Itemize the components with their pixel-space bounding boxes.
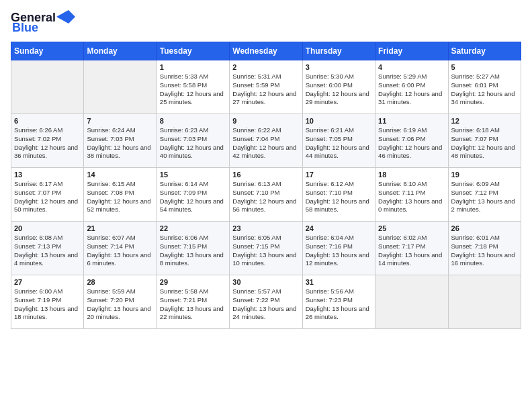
calendar-cell: 25 Sunrise: 6:02 AMSunset: 7:17 PMDaylig…: [375, 222, 448, 275]
calendar-cell: 17 Sunrise: 6:12 AMSunset: 7:10 PMDaylig…: [302, 168, 375, 222]
day-info: Sunrise: 6:21 AMSunset: 7:05 PMDaylight:…: [306, 126, 372, 161]
day-info: Sunrise: 6:02 AMSunset: 7:17 PMDaylight:…: [378, 234, 445, 268]
day-info: Sunrise: 6:00 AMSunset: 7:19 PMDaylight:…: [14, 287, 81, 322]
day-info: Sunrise: 6:08 AMSunset: 7:13 PMDaylight:…: [14, 234, 81, 268]
day-info: Sunrise: 5:59 AMSunset: 7:20 PMDaylight:…: [87, 287, 153, 322]
day-info: Sunrise: 5:30 AMSunset: 6:00 PMDaylight:…: [306, 73, 372, 107]
calendar-cell: [448, 275, 521, 329]
calendar-cell: [375, 275, 448, 329]
day-number: 25: [378, 224, 445, 232]
day-info: Sunrise: 6:06 AMSunset: 7:15 PMDaylight:…: [160, 234, 226, 268]
day-info: Sunrise: 6:10 AMSunset: 7:11 PMDaylight:…: [378, 180, 445, 214]
calendar-cell: 16 Sunrise: 6:13 AMSunset: 7:10 PMDaylig…: [230, 168, 302, 222]
calendar-cell: 31 Sunrise: 5:56 AMSunset: 7:23 PMDaylig…: [302, 275, 375, 329]
calendar-cell: 28 Sunrise: 5:59 AMSunset: 7:20 PMDaylig…: [84, 275, 157, 329]
calendar-cell: 29 Sunrise: 5:58 AMSunset: 7:21 PMDaylig…: [157, 275, 229, 329]
calendar-cell: 3 Sunrise: 5:30 AMSunset: 6:00 PMDayligh…: [302, 60, 375, 114]
day-number: 22: [160, 224, 226, 232]
calendar-cell: 5 Sunrise: 5:27 AMSunset: 6:01 PMDayligh…: [448, 60, 521, 114]
day-info: Sunrise: 6:15 AMSunset: 7:08 PMDaylight:…: [87, 180, 153, 214]
calendar-cell: 9 Sunrise: 6:22 AMSunset: 7:04 PMDayligh…: [230, 114, 302, 168]
calendar-cell: 11 Sunrise: 6:19 AMSunset: 7:06 PMDaylig…: [375, 114, 448, 168]
day-number: 15: [160, 171, 226, 179]
calendar-header-row: SundayMondayTuesdayWednesdayThursdayFrid…: [11, 42, 521, 60]
day-info: Sunrise: 6:07 AMSunset: 7:14 PMDaylight:…: [87, 234, 153, 268]
day-number: 27: [14, 278, 81, 286]
day-info: Sunrise: 6:09 AMSunset: 7:12 PMDaylight:…: [451, 180, 518, 214]
day-header-wednesday: Wednesday: [230, 42, 302, 60]
day-info: Sunrise: 6:14 AMSunset: 7:09 PMDaylight:…: [160, 180, 226, 214]
day-info: Sunrise: 5:58 AMSunset: 7:21 PMDaylight:…: [160, 287, 226, 322]
day-number: 5: [451, 63, 518, 71]
day-number: 20: [14, 224, 81, 232]
day-info: Sunrise: 6:23 AMSunset: 7:03 PMDaylight:…: [160, 126, 226, 161]
day-info: Sunrise: 6:22 AMSunset: 7:04 PMDaylight:…: [232, 126, 299, 161]
calendar-cell: 14 Sunrise: 6:15 AMSunset: 7:08 PMDaylig…: [84, 168, 157, 222]
day-header-thursday: Thursday: [302, 42, 375, 60]
day-info: Sunrise: 6:12 AMSunset: 7:10 PMDaylight:…: [306, 180, 372, 214]
day-info: Sunrise: 6:13 AMSunset: 7:10 PMDaylight:…: [232, 180, 299, 214]
calendar-cell: 19 Sunrise: 6:09 AMSunset: 7:12 PMDaylig…: [448, 168, 521, 222]
day-info: Sunrise: 5:29 AMSunset: 6:00 PMDaylight:…: [378, 73, 445, 107]
day-number: 24: [306, 224, 372, 232]
calendar-cell: 24 Sunrise: 6:04 AMSunset: 7:16 PMDaylig…: [302, 222, 375, 275]
calendar-cell: [84, 60, 157, 114]
calendar-cell: 12 Sunrise: 6:18 AMSunset: 7:07 PMDaylig…: [448, 114, 521, 168]
day-number: 31: [306, 278, 372, 286]
calendar-cell: 21 Sunrise: 6:07 AMSunset: 7:14 PMDaylig…: [84, 222, 157, 275]
day-number: 3: [306, 63, 372, 71]
day-number: 28: [87, 278, 153, 286]
day-info: Sunrise: 5:31 AMSunset: 5:59 PMDaylight:…: [232, 73, 299, 107]
day-number: 16: [232, 171, 299, 179]
calendar-week-row: 27 Sunrise: 6:00 AMSunset: 7:19 PMDaylig…: [11, 275, 521, 329]
calendar-week-row: 20 Sunrise: 6:08 AMSunset: 7:13 PMDaylig…: [11, 222, 521, 275]
day-number: 29: [160, 278, 226, 286]
day-info: Sunrise: 5:56 AMSunset: 7:23 PMDaylight:…: [306, 287, 372, 322]
day-number: 10: [306, 117, 372, 125]
calendar-cell: 22 Sunrise: 6:06 AMSunset: 7:15 PMDaylig…: [157, 222, 229, 275]
calendar-cell: 8 Sunrise: 6:23 AMSunset: 7:03 PMDayligh…: [157, 114, 229, 168]
calendar-week-row: 6 Sunrise: 6:26 AMSunset: 7:02 PMDayligh…: [11, 114, 521, 168]
day-info: Sunrise: 5:27 AMSunset: 6:01 PMDaylight:…: [451, 73, 518, 107]
calendar-cell: 13 Sunrise: 6:17 AMSunset: 7:07 PMDaylig…: [11, 168, 84, 222]
day-number: 7: [87, 117, 153, 125]
calendar-cell: 23 Sunrise: 6:05 AMSunset: 7:15 PMDaylig…: [230, 222, 302, 275]
page-header: General Blue: [11, 11, 521, 35]
day-number: 19: [451, 171, 518, 179]
day-header-saturday: Saturday: [448, 42, 521, 60]
day-info: Sunrise: 6:05 AMSunset: 7:15 PMDaylight:…: [232, 234, 299, 268]
day-number: 12: [451, 117, 518, 125]
day-number: 17: [306, 171, 372, 179]
calendar-cell: 15 Sunrise: 6:14 AMSunset: 7:09 PMDaylig…: [157, 168, 229, 222]
day-number: 18: [378, 171, 445, 179]
day-number: 9: [232, 117, 299, 125]
calendar-cell: [11, 60, 84, 114]
day-number: 6: [14, 117, 81, 125]
day-number: 2: [232, 63, 299, 71]
day-header-monday: Monday: [84, 42, 157, 60]
day-number: 4: [378, 63, 445, 71]
day-info: Sunrise: 6:01 AMSunset: 7:18 PMDaylight:…: [451, 234, 518, 268]
logo-arrow-icon: [56, 10, 75, 24]
day-info: Sunrise: 6:04 AMSunset: 7:16 PMDaylight:…: [306, 234, 372, 268]
calendar-week-row: 13 Sunrise: 6:17 AMSunset: 7:07 PMDaylig…: [11, 168, 521, 222]
day-number: 13: [14, 171, 81, 179]
day-info: Sunrise: 6:17 AMSunset: 7:07 PMDaylight:…: [14, 180, 81, 214]
day-number: 1: [160, 63, 226, 71]
logo-blue: Blue: [12, 21, 38, 35]
day-number: 30: [232, 278, 299, 286]
day-header-friday: Friday: [375, 42, 448, 60]
day-info: Sunrise: 5:57 AMSunset: 7:22 PMDaylight:…: [232, 287, 299, 322]
calendar-cell: 6 Sunrise: 6:26 AMSunset: 7:02 PMDayligh…: [11, 114, 84, 168]
calendar-cell: 2 Sunrise: 5:31 AMSunset: 5:59 PMDayligh…: [230, 60, 302, 114]
day-header-tuesday: Tuesday: [157, 42, 229, 60]
day-number: 11: [378, 117, 445, 125]
calendar-cell: 7 Sunrise: 6:24 AMSunset: 7:03 PMDayligh…: [84, 114, 157, 168]
day-info: Sunrise: 6:24 AMSunset: 7:03 PMDaylight:…: [87, 126, 153, 161]
day-info: Sunrise: 5:33 AMSunset: 5:58 PMDaylight:…: [160, 73, 226, 107]
day-info: Sunrise: 6:18 AMSunset: 7:07 PMDaylight:…: [451, 126, 518, 161]
calendar-cell: 26 Sunrise: 6:01 AMSunset: 7:18 PMDaylig…: [448, 222, 521, 275]
day-header-sunday: Sunday: [11, 42, 84, 60]
day-info: Sunrise: 6:26 AMSunset: 7:02 PMDaylight:…: [14, 126, 81, 161]
calendar-table: SundayMondayTuesdayWednesdayThursdayFrid…: [11, 42, 521, 329]
